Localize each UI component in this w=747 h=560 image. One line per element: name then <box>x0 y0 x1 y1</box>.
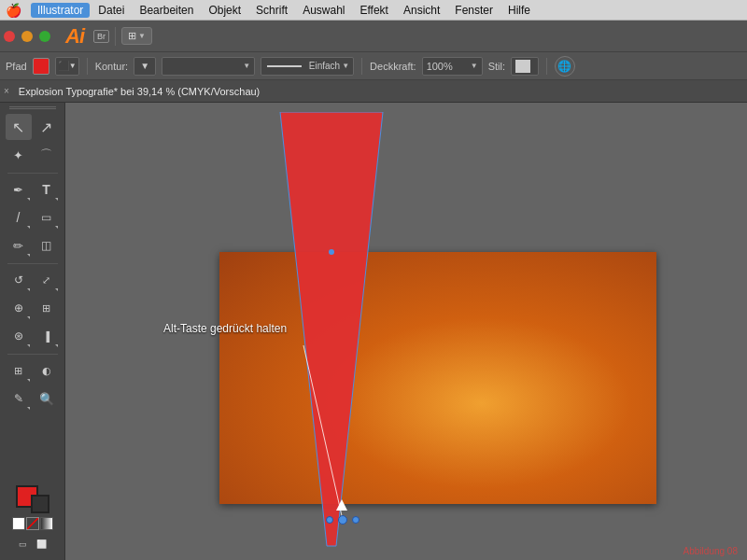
mesh-icon: ⊞ <box>14 365 22 377</box>
tool-separator-1 <box>7 173 58 174</box>
scale-tool-button[interactable]: ⤢ <box>34 267 60 293</box>
color-swatch-area: ▭ ⬜ <box>8 482 57 556</box>
type-tool-button[interactable]: T <box>34 176 60 203</box>
menu-bearbeiten[interactable]: Bearbeiten <box>133 3 200 18</box>
pencil-icon: ✏ <box>13 239 23 253</box>
tool-row-eyedropper: ✎ 🔍 <box>6 385 60 412</box>
none-swatch[interactable] <box>26 517 39 530</box>
line-tool-button[interactable]: / <box>6 204 32 231</box>
line-icon: / <box>17 210 21 225</box>
sub-arrow-icon <box>27 226 30 229</box>
tab-title[interactable]: Explosion Typografie* bei 39,14 % (CMYK/… <box>13 80 747 102</box>
symbol-tool-button[interactable]: ⊛ <box>6 323 32 349</box>
svg-marker-1 <box>280 112 383 546</box>
small-swatch-row <box>12 517 53 530</box>
fill-color-swatch[interactable] <box>33 58 49 75</box>
stroke-swatch[interactable] <box>31 495 49 513</box>
path-label: Pfad <box>6 61 27 72</box>
normal-screen-button[interactable]: ▭ <box>15 536 32 553</box>
screen-mode-row: ▭ ⬜ <box>15 536 50 553</box>
full-icon: ⬜ <box>36 539 47 549</box>
globe-icon: 🌐 <box>557 60 571 73</box>
maximize-button[interactable] <box>39 31 50 42</box>
menu-fenster[interactable]: Fenster <box>448 3 500 18</box>
stil-field[interactable] <box>511 57 539 76</box>
menu-ansicht[interactable]: Ansicht <box>397 3 446 18</box>
tab-close-button[interactable]: × <box>0 80 13 102</box>
sub-arrow-icon <box>27 316 30 319</box>
separator2 <box>361 58 362 75</box>
stroke-line-preview <box>267 65 302 67</box>
menu-datei[interactable]: Datei <box>92 3 131 18</box>
eyedropper-tool-button[interactable]: ✎ <box>6 385 32 412</box>
fill-icon: ⬛ <box>58 61 69 71</box>
none-swatch-icon <box>27 518 38 529</box>
gradient-icon: ◐ <box>42 365 51 377</box>
direct-selection-tool-button[interactable]: ↗ <box>34 114 60 140</box>
column-graph-button[interactable]: ▐ <box>34 323 60 349</box>
deckkraft-field[interactable]: 100% ▼ <box>422 57 483 76</box>
sub-arrow-icon <box>55 288 58 291</box>
free-transform-button[interactable]: ⊞ <box>34 295 60 321</box>
kontur-icon-btn[interactable]: ▼ <box>134 57 156 76</box>
kontur-value-field[interactable]: ▼ <box>162 57 255 76</box>
toolbar-separator <box>115 27 116 46</box>
dropdown-arrow2: ▼ <box>243 62 250 70</box>
deckkraft-dropdown: ▼ <box>471 62 478 70</box>
menu-effekt[interactable]: Effekt <box>353 3 394 18</box>
pen-tool-button[interactable]: ✒ <box>6 176 32 203</box>
menu-schrift[interactable]: Schrift <box>249 3 294 18</box>
tool-separator-3 <box>7 354 58 355</box>
magnify-tool-button[interactable]: 🔍 <box>34 385 60 412</box>
stil-label: Stil: <box>488 61 505 72</box>
sub-arrow-icon <box>55 226 58 229</box>
tool-row-rotate: ↺ ⤢ <box>6 267 60 293</box>
menu-items: Illustrator Datei Bearbeiten Objekt Schr… <box>31 3 537 18</box>
full-screen-button[interactable]: ⬜ <box>34 536 50 553</box>
apple-menu[interactable]: 🍎 <box>6 3 21 18</box>
eraser-tool-button[interactable]: ◫ <box>34 232 60 259</box>
rect-tool-button[interactable]: ▭ <box>34 204 60 231</box>
magic-wand-tool-button[interactable]: ✦ <box>6 142 32 168</box>
minimize-button[interactable] <box>21 31 33 42</box>
canvas-area[interactable]: Alt-Taste gedrückt halten Abbildung 08 <box>65 103 747 560</box>
tool-row-mesh: ⊞ ◐ <box>6 357 60 384</box>
pencil-tool-button[interactable]: ✏ <box>6 232 32 259</box>
stroke-options-field[interactable]: Einfach ▼ <box>261 57 354 76</box>
kontur-label: Kontur: <box>95 61 128 72</box>
fill-options-button[interactable]: ⬛ ▼ <box>55 57 79 76</box>
view-options-button[interactable]: ⊞ ▼ <box>121 27 152 45</box>
symbol-icon: ⊛ <box>14 329 23 343</box>
warp-icon: ⊕ <box>14 301 23 315</box>
globe-button[interactable]: 🌐 <box>555 56 575 77</box>
lasso-tool-button[interactable]: ⌒ <box>34 142 60 168</box>
options-bar: Pfad ⬛ ▼ Kontur: ▼ ▼ Einfach ▼ Deckkraft… <box>0 52 747 80</box>
toolbox: ↖ ↗ ✦ ⌒ ✒ T <box>0 103 65 560</box>
tool-row-warp: ⊕ ⊞ <box>6 295 60 321</box>
kontur-icon: ▼ <box>140 61 149 71</box>
screen-icon: ▭ <box>19 539 27 549</box>
tool-separator-2 <box>7 263 58 264</box>
graph-icon: ▐ <box>43 331 49 342</box>
gradient-swatch[interactable] <box>40 517 53 530</box>
stil-preview <box>515 60 530 73</box>
menubar: 🍎 Illustrator Datei Bearbeiten Objekt Sc… <box>0 0 747 21</box>
sub-arrow-icon <box>27 344 30 347</box>
close-button[interactable] <box>4 31 15 42</box>
sub-arrow-icon <box>27 198 30 201</box>
white-swatch[interactable] <box>12 517 25 530</box>
tool-row-pen: ✒ T <box>6 176 60 203</box>
menu-auswahl[interactable]: Auswahl <box>296 3 351 18</box>
fill-stroke-swatches[interactable] <box>16 485 49 513</box>
selection-tool-button[interactable]: ↖ <box>6 114 32 140</box>
tooltip-text: Alt-Taste gedrückt halten <box>163 322 287 335</box>
rotate-tool-button[interactable]: ↺ <box>6 267 32 293</box>
menu-illustrator[interactable]: Illustrator <box>31 3 90 18</box>
mesh-tool-button[interactable]: ⊞ <box>6 357 32 384</box>
gradient-tool-button[interactable]: ◐ <box>34 357 60 384</box>
menu-objekt[interactable]: Objekt <box>202 3 247 18</box>
br-badge[interactable]: Br <box>93 30 109 43</box>
warp-tool-button[interactable]: ⊕ <box>6 295 32 321</box>
lasso-icon: ⌒ <box>40 147 52 163</box>
menu-hilfe[interactable]: Hilfe <box>501 3 537 18</box>
